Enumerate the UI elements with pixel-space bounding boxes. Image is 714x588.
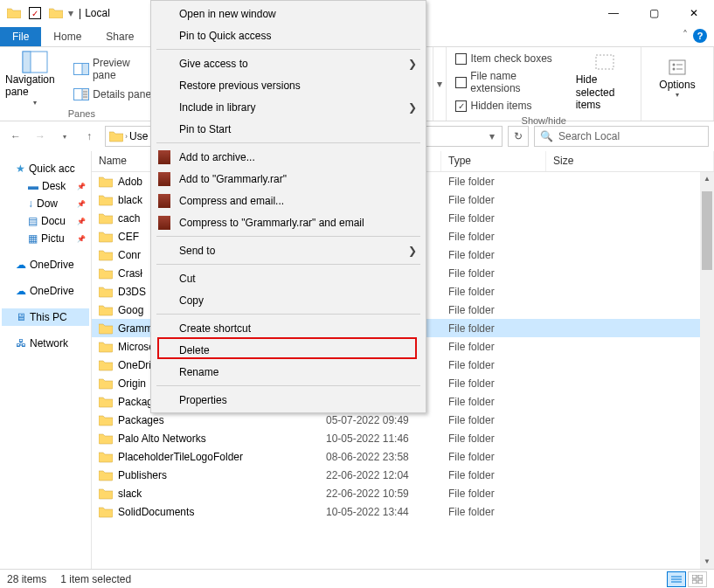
nav-up-button[interactable]: ↑ — [79, 126, 100, 147]
file-name: slack — [118, 488, 142, 500]
col-type[interactable]: Type — [441, 151, 546, 171]
close-button[interactable]: ✕ — [674, 0, 714, 26]
file-name: cach — [118, 212, 140, 225]
group-label-panes: Panes — [5, 107, 158, 119]
tab-home[interactable]: Home — [41, 27, 94, 46]
folder-icon — [99, 249, 113, 261]
refresh-button[interactable]: ↻ — [508, 126, 529, 147]
layout-dropdown[interactable]: ▾ — [433, 47, 447, 121]
context-menu-item[interactable]: Give access to❯ — [151, 52, 426, 74]
context-menu-item[interactable]: Add to "Grammarly.rar" — [151, 168, 426, 190]
context-menu-item[interactable]: Cut — [151, 267, 426, 289]
context-menu-item[interactable]: Compress to "Grammarly.rar" and email — [151, 211, 426, 233]
context-menu-item[interactable]: Include in library❯ — [151, 96, 426, 118]
scroll-up-icon[interactable]: ▲ — [700, 172, 714, 186]
nav-onedrive-1[interactable]: ☁OneDrive — [2, 256, 89, 273]
preview-pane-button[interactable]: Preview pane — [70, 55, 157, 83]
nav-quick-access[interactable]: ★Quick acc — [2, 160, 89, 177]
context-menu-item[interactable]: Pin to Quick access — [151, 24, 426, 46]
context-menu-item[interactable]: Properties — [151, 389, 426, 411]
context-menu-item[interactable]: Compress and email... — [151, 190, 426, 211]
tab-file[interactable]: File — [0, 27, 41, 46]
properties-toggle-icon[interactable]: ✓ — [26, 4, 44, 22]
context-menu-item[interactable]: Delete — [151, 339, 426, 361]
folder-icon — [109, 130, 123, 142]
context-menu-item[interactable]: Copy — [151, 289, 426, 311]
file-type: File folder — [448, 469, 553, 481]
chevron-down-icon: ▾ — [33, 99, 37, 107]
folder-icon — [99, 469, 113, 481]
details-pane-button[interactable]: Details pane — [70, 86, 157, 102]
scroll-thumb[interactable] — [702, 191, 712, 270]
minimize-button[interactable]: — — [593, 0, 634, 26]
menu-label: Delete — [179, 344, 210, 356]
file-type: File folder — [448, 231, 553, 243]
ribbon-collapse-icon[interactable]: ˄ — [683, 29, 688, 43]
context-menu-item[interactable]: Rename — [151, 361, 426, 383]
nav-pictures[interactable]: ▦Pictu📌 — [2, 230, 89, 247]
context-menu-item[interactable]: Pin to Start — [151, 118, 426, 140]
qat-drop-icon[interactable]: ▾ — [68, 7, 73, 19]
documents-icon: ▤ — [28, 215, 38, 227]
maximize-button[interactable]: ▢ — [634, 0, 674, 26]
menu-label: Open in new window — [179, 8, 276, 20]
context-menu-item[interactable]: Add to archive... — [151, 146, 426, 168]
nav-forward-button[interactable]: → — [30, 126, 51, 147]
tab-share[interactable]: Share — [94, 27, 146, 46]
file-row[interactable]: SolidDocuments10-05-2022 13:44File folde… — [92, 502, 714, 521]
nav-downloads[interactable]: ↓Dow📌 — [2, 195, 89, 212]
help-icon[interactable]: ? — [693, 29, 707, 43]
options-button[interactable]: Options ▾ — [647, 58, 708, 100]
hidden-items-toggle[interactable]: Hidden items — [452, 98, 570, 114]
file-row[interactable]: Palo Alto Networks10-05-2022 11:46File f… — [92, 429, 714, 447]
nav-tree: ★Quick acc ▬Desk📌 ↓Dow📌 ▤Docu📌 ▦Pictu📌 ☁… — [0, 151, 92, 569]
file-row[interactable]: slack22-06-2022 10:59File folder — [92, 484, 714, 502]
svg-rect-9 — [596, 55, 613, 69]
item-checkboxes-toggle[interactable]: Item check boxes — [452, 51, 570, 66]
search-input[interactable]: 🔍 Search Local — [534, 126, 709, 147]
nav-back-button[interactable]: ← — [5, 126, 26, 147]
scrollbar[interactable]: ▲ ▼ — [700, 172, 714, 569]
menu-separator — [156, 236, 420, 237]
file-date: 08-06-2022 23:58 — [326, 451, 448, 463]
address-dropdown-icon[interactable]: ▾ — [486, 130, 498, 142]
menu-separator — [156, 49, 420, 50]
nav-documents[interactable]: ▤Docu📌 — [2, 212, 89, 230]
context-menu-item[interactable]: Send to❯ — [151, 239, 426, 261]
col-size[interactable]: Size — [546, 151, 714, 171]
folder-icon — [99, 267, 113, 280]
nav-desktop[interactable]: ▬Desk📌 — [2, 177, 89, 195]
nav-recent-dropdown[interactable]: ▾ — [54, 126, 75, 147]
chevron-right-icon: › — [123, 132, 129, 141]
context-menu-item[interactable]: Open in new window — [151, 3, 426, 24]
nav-this-pc[interactable]: 🖥This PC — [2, 308, 89, 326]
nav-onedrive-2[interactable]: ☁OneDrive — [2, 282, 89, 300]
file-row[interactable]: Publishers22-06-2022 12:04File folder — [92, 466, 714, 484]
file-name: Origin — [118, 377, 146, 390]
file-ext-toggle[interactable]: File name extensions — [452, 68, 570, 96]
file-name: Adob — [118, 176, 142, 188]
file-type: File folder — [448, 396, 553, 408]
nav-network[interactable]: 🖧Network — [2, 335, 89, 352]
file-row[interactable]: PlaceholderTileLogoFolder08-06-2022 23:5… — [92, 447, 714, 466]
navigation-pane-button[interactable]: Navigation pane ▾ — [5, 51, 65, 107]
file-type: File folder — [448, 176, 553, 188]
context-menu-item[interactable]: Restore previous versions — [151, 74, 426, 96]
folder-icon — [99, 231, 113, 243]
folder-icon — [99, 377, 113, 390]
downloads-icon: ↓ — [28, 197, 33, 210]
pin-icon: 📌 — [77, 183, 87, 190]
svg-rect-1 — [23, 52, 31, 73]
view-thumbnails-button[interactable] — [688, 571, 707, 587]
context-menu-item[interactable]: Create shortcut — [151, 317, 426, 339]
file-type: File folder — [448, 432, 553, 445]
scroll-down-icon[interactable]: ▼ — [700, 555, 714, 569]
title-text: Local — [85, 7, 110, 19]
file-name: SolidDocuments — [118, 506, 194, 518]
folder-icon — [99, 488, 113, 500]
file-row[interactable]: Packages05-07-2022 09:49File folder — [92, 411, 714, 429]
menu-label: Compress and email... — [179, 195, 284, 207]
menu-label: Properties — [179, 394, 227, 406]
view-details-button[interactable] — [667, 571, 686, 587]
hide-selected-button[interactable]: Hide selected items — [576, 52, 635, 111]
